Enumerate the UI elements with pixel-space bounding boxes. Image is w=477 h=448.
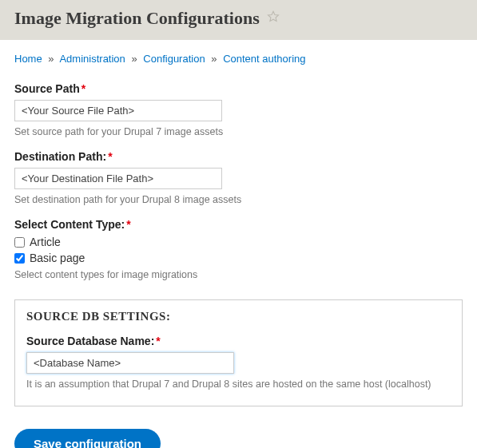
db-name-label-text: Source Database Name:: [26, 335, 154, 347]
db-name-item: Source Database Name:* It is an assumpti…: [26, 335, 451, 390]
source-db-fieldset: SOURCE DB SETTINGS: Source Database Name…: [14, 299, 463, 406]
content-area: Home » Administration » Configuration » …: [0, 40, 477, 448]
source-path-description: Set source path for your Drupal 7 image …: [14, 126, 463, 137]
content-type-label-text: Select Content Type:: [14, 218, 125, 231]
destination-path-label: Destination Path:*: [14, 150, 463, 163]
breadcrumb-content-authoring[interactable]: Content authoring: [223, 53, 305, 65]
breadcrumb-config[interactable]: Configuration: [143, 53, 205, 65]
checkbox-row-basic-page: Basic page: [14, 252, 463, 264]
db-name-label: Source Database Name:*: [26, 335, 451, 347]
article-checkbox-label: Article: [30, 236, 61, 248]
breadcrumb: Home » Administration » Configuration » …: [14, 53, 463, 65]
content-type-description: Select content types for image migration…: [14, 269, 463, 280]
checkbox-row-article: Article: [14, 236, 463, 248]
required-marker: *: [81, 82, 85, 95]
breadcrumb-home[interactable]: Home: [14, 53, 42, 65]
required-marker: *: [108, 150, 112, 163]
breadcrumb-sep: »: [211, 53, 217, 65]
required-marker: *: [126, 218, 130, 231]
basic-page-checkbox-label: Basic page: [30, 252, 85, 264]
breadcrumb-sep: »: [131, 53, 137, 65]
save-configuration-button[interactable]: Save configuration: [14, 429, 161, 448]
content-type-label: Select Content Type:*: [14, 218, 463, 231]
source-path-input[interactable]: [14, 100, 222, 121]
destination-path-label-text: Destination Path:: [14, 150, 106, 163]
source-path-label-text: Source Path: [14, 82, 80, 95]
breadcrumb-sep: »: [48, 53, 54, 65]
page-header: Image Migration Configurations: [0, 0, 477, 40]
source-db-legend: SOURCE DB SETTINGS:: [26, 310, 451, 323]
star-icon[interactable]: [266, 8, 280, 29]
db-name-description: It is an assumption that Drupal 7 and Dr…: [26, 379, 451, 390]
page-title-text: Image Migration Configurations: [14, 8, 260, 29]
destination-path-input[interactable]: [14, 168, 222, 189]
article-checkbox[interactable]: [14, 237, 25, 248]
destination-path-item: Destination Path:* Set destination path …: [14, 150, 463, 205]
db-name-input[interactable]: [26, 352, 234, 374]
source-path-item: Source Path* Set source path for your Dr…: [14, 82, 463, 137]
page-title: Image Migration Configurations: [14, 8, 463, 29]
source-path-label: Source Path*: [14, 82, 463, 95]
required-marker: *: [156, 335, 160, 347]
breadcrumb-admin[interactable]: Administration: [59, 53, 125, 65]
destination-path-description: Set destination path for your Drupal 8 i…: [14, 194, 463, 205]
content-type-item: Select Content Type:* Article Basic page…: [14, 218, 463, 280]
basic-page-checkbox[interactable]: [14, 253, 25, 264]
